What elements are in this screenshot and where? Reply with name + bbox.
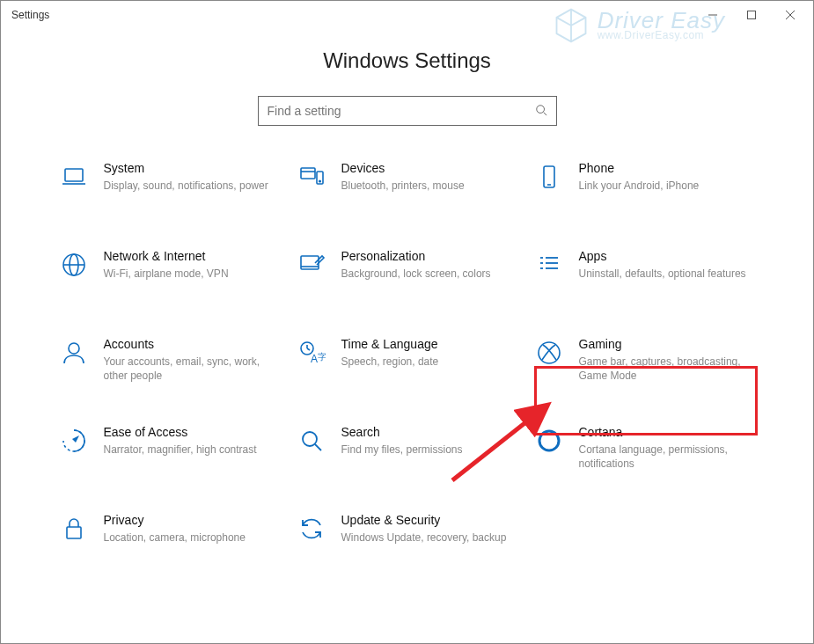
- tile-search[interactable]: Search Find my files, permissions: [289, 420, 526, 481]
- tile-desc: Your accounts, email, sync, work, other …: [104, 355, 276, 383]
- tile-title: Network & Internet: [104, 249, 276, 263]
- tile-ease-of-access[interactable]: Ease of Access Narrator, magnifier, high…: [51, 420, 289, 481]
- tile-desc: Cortana language, permissions, notificat…: [579, 443, 752, 471]
- tile-update-security[interactable]: Update & Security Windows Update, recove…: [289, 508, 526, 569]
- titlebar: Settings: [1, 1, 813, 29]
- svg-text:字: 字: [318, 352, 326, 362]
- sync-icon: [296, 513, 327, 545]
- svg-text:A: A: [311, 353, 318, 365]
- minimize-button[interactable]: [693, 3, 732, 27]
- cortana-icon: [533, 425, 565, 457]
- svg-line-28: [307, 348, 310, 350]
- devices-icon: [296, 161, 327, 193]
- tile-gaming[interactable]: Gaming Game bar, captures, broadcasting,…: [526, 332, 764, 393]
- svg-point-32: [303, 432, 317, 446]
- svg-line-33: [315, 444, 321, 450]
- tile-desc: Wi-Fi, airplane mode, VPN: [104, 267, 276, 281]
- search-icon: [535, 104, 547, 119]
- svg-rect-1: [748, 11, 756, 19]
- tile-desc: Uninstall, defaults, optional features: [579, 267, 752, 281]
- svg-rect-35: [67, 527, 81, 538]
- svg-point-25: [69, 343, 79, 354]
- svg-point-34: [539, 431, 559, 450]
- paint-icon: [296, 249, 327, 281]
- tile-devices[interactable]: Devices Bluetooth, printers, mouse: [289, 156, 526, 217]
- settings-grid: System Display, sound, notifications, po…: [1, 156, 813, 587]
- tile-title: Time & Language: [341, 337, 514, 351]
- svg-line-5: [543, 112, 546, 115]
- tile-title: Accounts: [104, 337, 276, 351]
- tile-desc: Bluetooth, printers, mouse: [341, 179, 514, 193]
- tile-desc: Game bar, captures, broadcasting, Game M…: [579, 355, 752, 383]
- tile-desc: Narrator, magnifier, high contrast: [104, 443, 276, 457]
- tile-desc: Background, lock screen, colors: [341, 267, 514, 281]
- tile-title: Personalization: [341, 249, 514, 263]
- tile-network[interactable]: Network & Internet Wi-Fi, airplane mode,…: [51, 244, 289, 305]
- tile-system[interactable]: System Display, sound, notifications, po…: [51, 156, 289, 217]
- magnifier-icon: [296, 425, 327, 457]
- page-title: Windows Settings: [1, 48, 813, 73]
- tile-desc: Find my files, permissions: [341, 443, 514, 457]
- tile-title: Devices: [341, 161, 514, 175]
- tile-title: Update & Security: [341, 513, 514, 527]
- phone-icon: [533, 161, 565, 193]
- svg-point-11: [319, 180, 320, 182]
- tile-desc: Speech, region, date: [341, 355, 514, 369]
- tile-phone[interactable]: Phone Link your Android, iPhone: [526, 156, 764, 217]
- tile-desc: Location, camera, microphone: [104, 531, 276, 545]
- search-input[interactable]: Find a setting: [258, 96, 557, 126]
- apps-list-icon: [533, 249, 565, 281]
- xbox-icon: [533, 337, 565, 369]
- tile-title: Ease of Access: [104, 425, 276, 439]
- tile-personalization[interactable]: Personalization Background, lock screen,…: [289, 244, 526, 305]
- tile-title: Phone: [579, 161, 752, 175]
- tile-privacy[interactable]: Privacy Location, camera, microphone: [51, 508, 289, 569]
- tile-title: Search: [341, 425, 514, 439]
- maximize-button[interactable]: [732, 3, 771, 27]
- svg-point-31: [539, 342, 560, 363]
- close-button[interactable]: [771, 3, 810, 27]
- tile-accounts[interactable]: Accounts Your accounts, email, sync, wor…: [51, 332, 289, 393]
- tile-desc: Display, sound, notifications, power: [104, 179, 276, 193]
- globe-icon: [58, 249, 90, 281]
- svg-rect-8: [301, 168, 315, 179]
- tile-cortana[interactable]: Cortana Cortana language, permissions, n…: [526, 420, 764, 481]
- window-controls: [693, 3, 810, 27]
- tile-desc: Link your Android, iPhone: [579, 179, 752, 193]
- person-icon: [58, 337, 90, 369]
- tile-time-language[interactable]: A字 Time & Language Speech, region, date: [289, 332, 526, 393]
- svg-point-4: [536, 105, 544, 113]
- tile-desc: Windows Update, recovery, backup: [341, 531, 514, 545]
- ease-of-access-icon: [58, 425, 90, 457]
- tile-title: Privacy: [104, 513, 276, 527]
- tile-title: System: [104, 161, 276, 175]
- tile-apps[interactable]: Apps Uninstall, defaults, optional featu…: [526, 244, 764, 305]
- tile-title: Cortana: [579, 425, 752, 439]
- watermark-url: www.DriverEasy.com: [598, 31, 725, 40]
- lock-icon: [58, 513, 90, 545]
- svg-rect-6: [65, 169, 83, 181]
- time-language-icon: A字: [296, 337, 327, 369]
- tile-title: Gaming: [579, 337, 752, 351]
- window-title: Settings: [11, 9, 49, 21]
- laptop-icon: [58, 161, 90, 193]
- search-placeholder: Find a setting: [268, 104, 535, 118]
- tile-title: Apps: [579, 249, 752, 263]
